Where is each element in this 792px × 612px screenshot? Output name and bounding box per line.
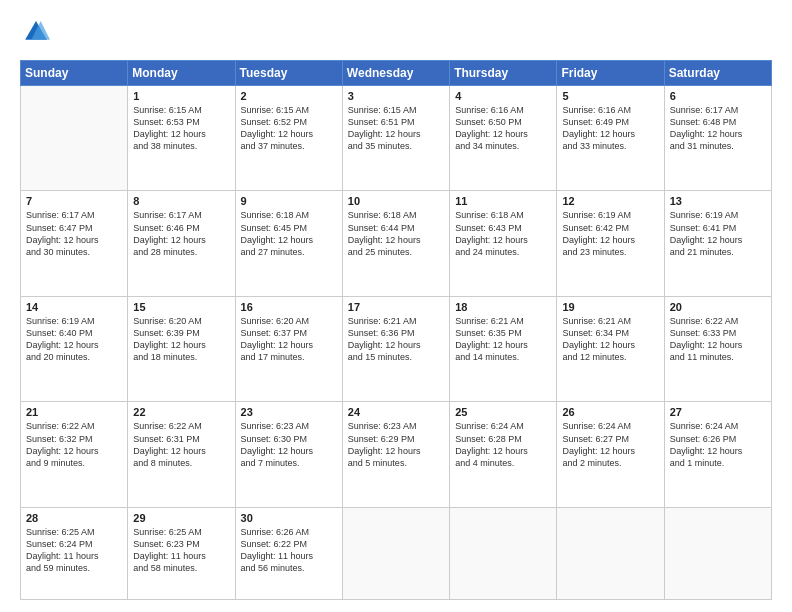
calendar-cell: 15Sunrise: 6:20 AM Sunset: 6:39 PM Dayli…: [128, 296, 235, 401]
calendar-cell: 20Sunrise: 6:22 AM Sunset: 6:33 PM Dayli…: [664, 296, 771, 401]
day-number: 7: [26, 195, 122, 207]
day-number: 19: [562, 301, 658, 313]
day-number: 17: [348, 301, 444, 313]
calendar-header-row: SundayMondayTuesdayWednesdayThursdayFrid…: [21, 61, 772, 86]
day-info: Sunrise: 6:19 AM Sunset: 6:42 PM Dayligh…: [562, 209, 658, 258]
day-info: Sunrise: 6:19 AM Sunset: 6:40 PM Dayligh…: [26, 315, 122, 364]
calendar-week-row: 1Sunrise: 6:15 AM Sunset: 6:53 PM Daylig…: [21, 86, 772, 191]
calendar-cell: 16Sunrise: 6:20 AM Sunset: 6:37 PM Dayli…: [235, 296, 342, 401]
day-info: Sunrise: 6:26 AM Sunset: 6:22 PM Dayligh…: [241, 526, 337, 575]
calendar-cell: 7Sunrise: 6:17 AM Sunset: 6:47 PM Daylig…: [21, 191, 128, 296]
day-info: Sunrise: 6:17 AM Sunset: 6:46 PM Dayligh…: [133, 209, 229, 258]
day-info: Sunrise: 6:21 AM Sunset: 6:36 PM Dayligh…: [348, 315, 444, 364]
day-number: 30: [241, 512, 337, 524]
calendar-cell: [664, 507, 771, 599]
calendar-week-row: 28Sunrise: 6:25 AM Sunset: 6:24 PM Dayli…: [21, 507, 772, 599]
calendar-cell: 29Sunrise: 6:25 AM Sunset: 6:23 PM Dayli…: [128, 507, 235, 599]
col-header-tuesday: Tuesday: [235, 61, 342, 86]
day-number: 13: [670, 195, 766, 207]
day-info: Sunrise: 6:19 AM Sunset: 6:41 PM Dayligh…: [670, 209, 766, 258]
day-number: 26: [562, 406, 658, 418]
calendar-cell: 11Sunrise: 6:18 AM Sunset: 6:43 PM Dayli…: [450, 191, 557, 296]
day-info: Sunrise: 6:22 AM Sunset: 6:31 PM Dayligh…: [133, 420, 229, 469]
calendar-cell: 10Sunrise: 6:18 AM Sunset: 6:44 PM Dayli…: [342, 191, 449, 296]
day-number: 27: [670, 406, 766, 418]
day-info: Sunrise: 6:20 AM Sunset: 6:37 PM Dayligh…: [241, 315, 337, 364]
day-number: 1: [133, 90, 229, 102]
calendar-cell: 19Sunrise: 6:21 AM Sunset: 6:34 PM Dayli…: [557, 296, 664, 401]
calendar-cell: 28Sunrise: 6:25 AM Sunset: 6:24 PM Dayli…: [21, 507, 128, 599]
calendar-cell: [342, 507, 449, 599]
calendar-cell: 25Sunrise: 6:24 AM Sunset: 6:28 PM Dayli…: [450, 402, 557, 507]
day-info: Sunrise: 6:17 AM Sunset: 6:48 PM Dayligh…: [670, 104, 766, 153]
day-info: Sunrise: 6:25 AM Sunset: 6:23 PM Dayligh…: [133, 526, 229, 575]
col-header-friday: Friday: [557, 61, 664, 86]
calendar-cell: 23Sunrise: 6:23 AM Sunset: 6:30 PM Dayli…: [235, 402, 342, 507]
day-number: 10: [348, 195, 444, 207]
calendar-cell: 30Sunrise: 6:26 AM Sunset: 6:22 PM Dayli…: [235, 507, 342, 599]
day-number: 4: [455, 90, 551, 102]
col-header-thursday: Thursday: [450, 61, 557, 86]
day-number: 20: [670, 301, 766, 313]
calendar-cell: 22Sunrise: 6:22 AM Sunset: 6:31 PM Dayli…: [128, 402, 235, 507]
calendar-week-row: 21Sunrise: 6:22 AM Sunset: 6:32 PM Dayli…: [21, 402, 772, 507]
calendar-cell: 1Sunrise: 6:15 AM Sunset: 6:53 PM Daylig…: [128, 86, 235, 191]
calendar-cell: 24Sunrise: 6:23 AM Sunset: 6:29 PM Dayli…: [342, 402, 449, 507]
day-number: 25: [455, 406, 551, 418]
calendar-cell: 5Sunrise: 6:16 AM Sunset: 6:49 PM Daylig…: [557, 86, 664, 191]
day-info: Sunrise: 6:20 AM Sunset: 6:39 PM Dayligh…: [133, 315, 229, 364]
day-info: Sunrise: 6:23 AM Sunset: 6:29 PM Dayligh…: [348, 420, 444, 469]
day-info: Sunrise: 6:16 AM Sunset: 6:50 PM Dayligh…: [455, 104, 551, 153]
calendar-week-row: 14Sunrise: 6:19 AM Sunset: 6:40 PM Dayli…: [21, 296, 772, 401]
calendar-cell: 3Sunrise: 6:15 AM Sunset: 6:51 PM Daylig…: [342, 86, 449, 191]
day-info: Sunrise: 6:16 AM Sunset: 6:49 PM Dayligh…: [562, 104, 658, 153]
day-number: 6: [670, 90, 766, 102]
day-info: Sunrise: 6:18 AM Sunset: 6:43 PM Dayligh…: [455, 209, 551, 258]
calendar-table: SundayMondayTuesdayWednesdayThursdayFrid…: [20, 60, 772, 600]
day-info: Sunrise: 6:23 AM Sunset: 6:30 PM Dayligh…: [241, 420, 337, 469]
calendar-cell: 13Sunrise: 6:19 AM Sunset: 6:41 PM Dayli…: [664, 191, 771, 296]
calendar-cell: [21, 86, 128, 191]
day-number: 23: [241, 406, 337, 418]
day-info: Sunrise: 6:22 AM Sunset: 6:32 PM Dayligh…: [26, 420, 122, 469]
day-info: Sunrise: 6:25 AM Sunset: 6:24 PM Dayligh…: [26, 526, 122, 575]
day-info: Sunrise: 6:24 AM Sunset: 6:26 PM Dayligh…: [670, 420, 766, 469]
calendar-cell: 2Sunrise: 6:15 AM Sunset: 6:52 PM Daylig…: [235, 86, 342, 191]
day-info: Sunrise: 6:21 AM Sunset: 6:35 PM Dayligh…: [455, 315, 551, 364]
day-number: 11: [455, 195, 551, 207]
day-number: 28: [26, 512, 122, 524]
calendar-cell: 9Sunrise: 6:18 AM Sunset: 6:45 PM Daylig…: [235, 191, 342, 296]
day-number: 8: [133, 195, 229, 207]
day-number: 21: [26, 406, 122, 418]
day-number: 3: [348, 90, 444, 102]
logo: [20, 18, 50, 50]
day-number: 2: [241, 90, 337, 102]
day-number: 14: [26, 301, 122, 313]
calendar-week-row: 7Sunrise: 6:17 AM Sunset: 6:47 PM Daylig…: [21, 191, 772, 296]
calendar-cell: 17Sunrise: 6:21 AM Sunset: 6:36 PM Dayli…: [342, 296, 449, 401]
page: SundayMondayTuesdayWednesdayThursdayFrid…: [0, 0, 792, 612]
day-number: 29: [133, 512, 229, 524]
day-info: Sunrise: 6:17 AM Sunset: 6:47 PM Dayligh…: [26, 209, 122, 258]
calendar-cell: 6Sunrise: 6:17 AM Sunset: 6:48 PM Daylig…: [664, 86, 771, 191]
day-number: 15: [133, 301, 229, 313]
calendar-cell: 4Sunrise: 6:16 AM Sunset: 6:50 PM Daylig…: [450, 86, 557, 191]
calendar-cell: 21Sunrise: 6:22 AM Sunset: 6:32 PM Dayli…: [21, 402, 128, 507]
day-info: Sunrise: 6:24 AM Sunset: 6:28 PM Dayligh…: [455, 420, 551, 469]
day-info: Sunrise: 6:15 AM Sunset: 6:52 PM Dayligh…: [241, 104, 337, 153]
logo-icon: [22, 18, 50, 46]
day-info: Sunrise: 6:21 AM Sunset: 6:34 PM Dayligh…: [562, 315, 658, 364]
day-info: Sunrise: 6:24 AM Sunset: 6:27 PM Dayligh…: [562, 420, 658, 469]
calendar-cell: [450, 507, 557, 599]
calendar-cell: 12Sunrise: 6:19 AM Sunset: 6:42 PM Dayli…: [557, 191, 664, 296]
col-header-saturday: Saturday: [664, 61, 771, 86]
col-header-wednesday: Wednesday: [342, 61, 449, 86]
day-number: 18: [455, 301, 551, 313]
calendar-cell: 27Sunrise: 6:24 AM Sunset: 6:26 PM Dayli…: [664, 402, 771, 507]
day-info: Sunrise: 6:22 AM Sunset: 6:33 PM Dayligh…: [670, 315, 766, 364]
day-number: 24: [348, 406, 444, 418]
day-info: Sunrise: 6:18 AM Sunset: 6:45 PM Dayligh…: [241, 209, 337, 258]
calendar-cell: 14Sunrise: 6:19 AM Sunset: 6:40 PM Dayli…: [21, 296, 128, 401]
day-number: 16: [241, 301, 337, 313]
day-number: 9: [241, 195, 337, 207]
